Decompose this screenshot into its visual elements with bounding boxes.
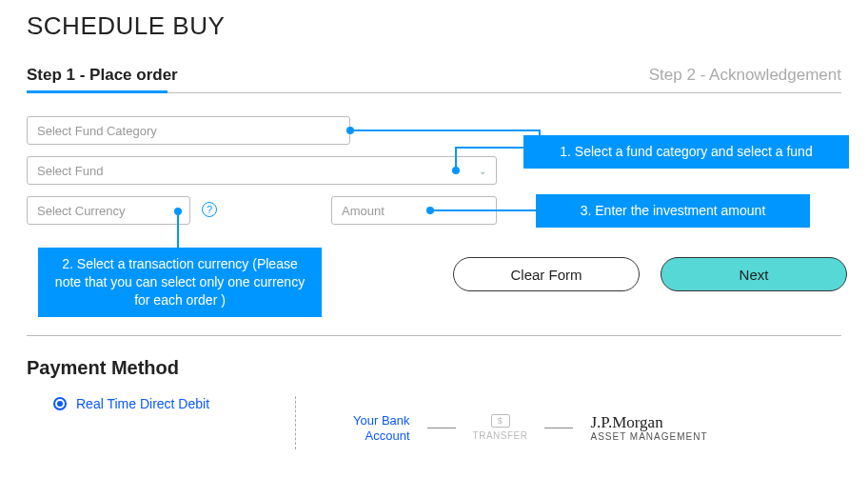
jpmorgan-logo: J.P.Morgan ASSET MANAGEMENT <box>590 414 707 443</box>
callout-1: 1. Select a fund category and select a f… <box>523 135 849 169</box>
payment-method-title: Payment Method <box>27 357 841 379</box>
flow-line <box>544 428 573 428</box>
callout-3: 3. Enter the investment amount <box>536 194 810 228</box>
page-title: SCHEDULE BUY <box>27 11 841 41</box>
flow-line <box>427 428 456 428</box>
currency-select[interactable]: Select Currency <box>27 196 190 225</box>
connector-line <box>430 209 537 211</box>
clear-form-button[interactable]: Clear Form <box>453 257 640 291</box>
connector-line <box>177 211 179 249</box>
payment-method-row: Real Time Direct Debit Your Bank Account… <box>27 396 841 449</box>
fund-placeholder: Select Fund <box>37 164 103 178</box>
connector-line <box>455 147 457 170</box>
step-tabs: Step 1 - Place order Step 2 - Acknowledg… <box>27 66 841 93</box>
payment-option-radio[interactable]: Real Time Direct Debit <box>53 396 209 411</box>
currency-placeholder: Select Currency <box>37 204 125 218</box>
next-button[interactable]: Next <box>661 257 847 291</box>
transfer-step: $ TRANSFER <box>473 414 528 442</box>
fund-category-placeholder: Select Fund Category <box>37 124 157 138</box>
vertical-separator <box>295 396 296 449</box>
chevron-down-icon: ⌄ <box>479 166 486 176</box>
payment-flow-diagram: Your Bank Account $ TRANSFER J.P.Morgan … <box>353 413 707 443</box>
step-2-tab: Step 2 - Acknowledgement <box>649 66 841 92</box>
dollar-icon: $ <box>491 414 510 428</box>
section-divider <box>27 335 841 336</box>
payment-option-label: Real Time Direct Debit <box>76 396 209 411</box>
radio-icon <box>53 397 67 410</box>
step-1-tab[interactable]: Step 1 - Place order <box>27 66 178 92</box>
active-step-underline <box>27 90 168 93</box>
help-icon[interactable]: ? <box>202 202 217 217</box>
form-buttons: Clear Form Next <box>453 257 847 291</box>
callout-2: 2. Select a transaction currency (Please… <box>38 248 322 317</box>
connector-line <box>350 129 541 131</box>
order-form: Select Fund Category Select Fund ⌄ Selec… <box>27 116 841 335</box>
amount-placeholder: Amount <box>342 204 385 218</box>
fund-category-select[interactable]: Select Fund Category <box>27 116 350 145</box>
fund-select[interactable]: Select Fund ⌄ <box>27 156 497 185</box>
bank-account-label: Your Bank Account <box>353 413 410 443</box>
